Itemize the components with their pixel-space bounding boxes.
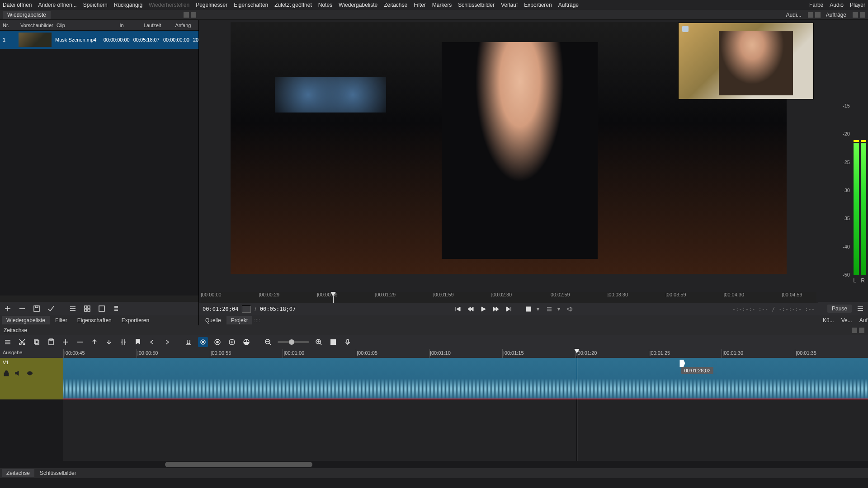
split-icon[interactable] (118, 337, 128, 347)
webcam-overlay[interactable] (678, 23, 814, 99)
drag-grip[interactable]: :::: (254, 317, 260, 324)
tab-exportieren[interactable]: Exportieren (117, 316, 154, 324)
tab-audio-trunc[interactable]: Audi... (782, 11, 806, 19)
panel-float-icon[interactable] (184, 12, 189, 18)
grid-button[interactable] (545, 305, 554, 314)
col-laufzeit[interactable]: Laufzeit (137, 23, 168, 28)
menu-zeitachse[interactable]: Zeitachse (384, 2, 407, 8)
tab-ve[interactable]: Ve... (839, 316, 855, 324)
col-anfang[interactable]: Anfang (168, 23, 198, 28)
track-mute-icon[interactable] (14, 370, 22, 377)
tab-auf[interactable]: Auf... (857, 316, 868, 324)
volume-button[interactable] (566, 305, 575, 314)
panel-float-icon[interactable] (808, 12, 813, 18)
remove-button[interactable] (17, 304, 27, 314)
tab-projekt[interactable]: Projekt (226, 316, 252, 324)
paste-icon[interactable] (46, 337, 56, 347)
menu-filter[interactable]: Filter (414, 2, 426, 8)
panel-close-icon[interactable] (860, 12, 865, 18)
timeline-playhead[interactable] (577, 349, 577, 461)
stop-dropdown[interactable]: ▾ (537, 306, 541, 312)
view-list-icon[interactable] (68, 304, 78, 314)
check-button[interactable] (46, 304, 56, 314)
menu-verlauf[interactable]: Verlauf (501, 2, 518, 8)
marker-icon[interactable] (133, 337, 143, 347)
skip-start-button[interactable] (453, 305, 462, 314)
tab-filter[interactable]: Filter (51, 316, 72, 324)
menu-wiedergabeliste[interactable]: Wiedergabeliste (339, 2, 377, 8)
menu-markers[interactable]: Markers (432, 2, 452, 8)
add-button[interactable] (3, 304, 13, 314)
view-tiles-icon[interactable] (82, 304, 92, 314)
timeline-hscroll[interactable] (0, 461, 868, 468)
timeline-ruler[interactable]: |00:00:45|00:00:50|00:00:55|00:01:00|00:… (63, 349, 868, 358)
record-audio-icon[interactable] (343, 337, 353, 347)
output-label[interactable]: Ausgabe (0, 349, 63, 358)
zoom-fit-icon[interactable] (328, 337, 338, 347)
menu-audio[interactable]: Audio (830, 2, 844, 8)
overwrite-icon[interactable] (104, 337, 114, 347)
ripple-icon[interactable] (212, 337, 222, 347)
scrub-audio-icon[interactable] (198, 337, 208, 347)
panel-float-icon[interactable] (853, 12, 858, 18)
col-thumb[interactable]: Vorschaubilder (18, 23, 54, 28)
menu-pegelmesser[interactable]: Pegelmesser (196, 2, 227, 8)
menu-exportieren[interactable]: Exportieren (524, 2, 552, 8)
grid-dropdown[interactable]: ▾ (557, 306, 562, 312)
track-header-v1[interactable]: V1 (0, 358, 63, 399)
view-details-icon[interactable] (111, 304, 121, 314)
player-ruler[interactable]: |00:00:00|00:00:29|00:00:59|00:01:29|00:… (201, 292, 816, 303)
view-icons-icon[interactable] (97, 304, 107, 314)
next-marker-icon[interactable] (162, 337, 172, 347)
zoom-slider[interactable] (278, 341, 309, 343)
snap-icon[interactable] (184, 337, 193, 347)
stop-button[interactable] (524, 305, 533, 314)
menu-speichern[interactable]: Speichern (83, 2, 108, 8)
ripple-all-icon[interactable] (227, 337, 237, 347)
menu-rueckgaengig[interactable]: Rückgängig (114, 2, 142, 8)
menu-player[interactable]: Player (850, 2, 865, 8)
panel-float-icon[interactable] (852, 328, 857, 333)
current-timecode[interactable]: 00:01:20;04 (203, 306, 238, 312)
jobs-menu-icon[interactable] (855, 304, 865, 314)
tab-auftraege[interactable]: Aufträge (821, 11, 851, 19)
tab-zeitachse[interactable]: Zeitachse (2, 469, 34, 477)
panel-close-icon[interactable] (191, 12, 196, 18)
timecode-spinner[interactable] (242, 305, 251, 313)
tab-wiedergabeliste[interactable]: Wiedergabeliste (3, 11, 51, 19)
tab-quelle[interactable]: Quelle (201, 316, 226, 324)
menu-zuletzt[interactable]: Zuletzt geöffnet (274, 2, 312, 8)
cut-icon[interactable] (17, 337, 27, 347)
play-button[interactable] (479, 305, 488, 314)
lift-icon[interactable] (90, 337, 99, 347)
col-clip[interactable]: Clip (54, 23, 106, 28)
tab-ku[interactable]: Kü... (820, 316, 837, 324)
copy-icon[interactable] (32, 337, 42, 347)
pin-icon[interactable] (682, 26, 689, 32)
panel-close-icon[interactable] (859, 328, 864, 333)
tab-schluesselbilder[interactable]: Schlüsselbilder (35, 469, 81, 477)
track-hide-icon[interactable] (26, 370, 33, 377)
menu-eigenschaften[interactable]: Eigenschaften (234, 2, 268, 8)
pause-button[interactable]: Pause (827, 305, 852, 313)
menu-auftraege[interactable]: Aufträge (558, 2, 579, 8)
ripple-markers-icon[interactable] (241, 337, 251, 347)
playlist-hscroll[interactable] (0, 296, 198, 302)
prev-marker-icon[interactable] (147, 337, 157, 347)
track-lock-icon[interactable] (3, 370, 10, 377)
col-nr[interactable]: Nr. (0, 23, 18, 28)
timeline-clip[interactable] (63, 358, 868, 399)
panel-close-icon[interactable] (815, 12, 821, 18)
zoom-out-icon[interactable] (263, 337, 273, 347)
rewind-button[interactable] (466, 305, 475, 314)
tab-wiedergabeliste[interactable]: Wiedergabeliste (2, 316, 50, 324)
tl-menu-icon[interactable] (3, 337, 13, 347)
menu-farbe[interactable]: Farbe (809, 2, 823, 8)
append-icon[interactable] (61, 337, 71, 347)
menu-keyframes[interactable]: Schlüsselbilder (458, 2, 495, 8)
tab-eigenschaften[interactable]: Eigenschaften (73, 316, 116, 324)
menu-notes[interactable]: Notes (318, 2, 332, 8)
skip-end-button[interactable] (504, 305, 513, 314)
zoom-in-icon[interactable] (314, 337, 324, 347)
menu-datei-oeffnen[interactable]: Datei öffnen (3, 2, 32, 8)
